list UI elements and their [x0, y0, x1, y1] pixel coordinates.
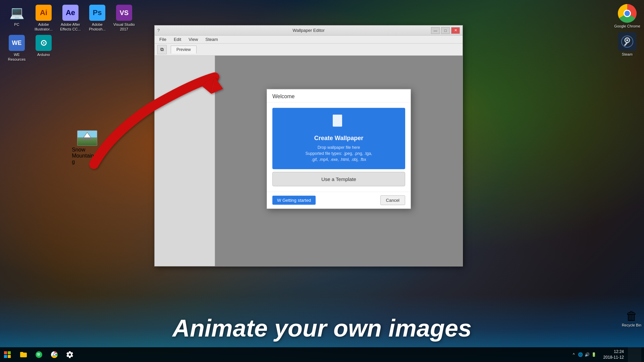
taskbar-chrome[interactable]	[47, 347, 62, 362]
desktop-icon-pc-label: PC	[14, 22, 19, 27]
chrome-icon	[618, 4, 637, 23]
start-button[interactable]	[0, 347, 15, 362]
ps-icon: Ps	[89, 5, 105, 21]
taskbar-system-tray: ^ 🌐 🔊 🔋 12:24 2018-11-12	[571, 347, 644, 362]
arduino-icon: ⊙	[36, 35, 52, 51]
desktop-icon-after-effects[interactable]: Ae Adobe AfterEffects CC...	[57, 3, 84, 33]
snow-mountain-label: SnowMountain.jpeg	[72, 147, 103, 165]
window-titlebar: ? Wallpaper Editor — □ ✕	[155, 25, 463, 36]
window-title: Wallpaper Editor	[292, 28, 325, 33]
maximize-button[interactable]: □	[441, 27, 450, 34]
tray-network[interactable]: 🌐	[578, 352, 583, 357]
system-clock[interactable]: 12:24 2018-11-12	[601, 348, 627, 361]
create-wallpaper-button[interactable]: Create Wallpaper Drop wallpaper file her…	[272, 108, 405, 169]
we-icon: WE	[9, 35, 25, 51]
dialog-titlebar: Welcome	[267, 89, 411, 103]
close-button[interactable]: ✕	[451, 27, 460, 34]
svg-rect-9	[8, 351, 11, 354]
svg-point-7	[626, 39, 628, 41]
snow-mountain-thumbnail	[77, 130, 97, 146]
steam-label: Steam	[622, 52, 633, 56]
desktop-icon-we-label: WEResources	[8, 52, 26, 62]
minimize-button[interactable]: —	[431, 27, 440, 34]
preview-tab[interactable]: Preview	[171, 46, 197, 54]
pc-icon: 💻	[9, 5, 25, 21]
right-taskbar-chrome[interactable]: Google Chrome	[614, 3, 641, 29]
welcome-dialog: Welcome Create Wallpaper	[267, 89, 411, 209]
svg-rect-8	[4, 351, 7, 354]
copy-toolbar-button[interactable]: ⧉	[157, 45, 167, 54]
desktop-icon-illustrator[interactable]: Ai AdobeIllustrator...	[30, 3, 57, 33]
getting-started-button[interactable]: W Getting started	[272, 196, 316, 205]
desktop-icon-visual-studio[interactable]: VS Visual Studio2017	[111, 3, 138, 33]
right-taskbar-area: Google Chrome Steam 🗑 Recycle Bin	[610, 0, 644, 347]
show-desktop-button[interactable]	[628, 347, 641, 362]
wallpaper-editor-window: ? Wallpaper Editor — □ ✕ File Edit View …	[154, 25, 463, 266]
desktop-icon-vs-label: Visual Studio2017	[113, 22, 135, 32]
desktop-icon-photoshop[interactable]: Ps AdobePhotosh...	[84, 3, 111, 33]
window-body: Welcome Create Wallpaper	[155, 56, 463, 266]
desktop-icon-we-resources[interactable]: WE WEResources	[3, 34, 30, 63]
ai-icon: Ai	[36, 5, 52, 21]
chrome-label: Google Chrome	[614, 24, 640, 28]
bottom-caption: Animate your own images	[0, 314, 644, 342]
tray-volume[interactable]: 🔊	[585, 352, 590, 357]
taskbar: ^ 🌐 🔊 🔋 12:24 2018-11-12	[0, 347, 644, 362]
ae-icon: Ae	[62, 5, 78, 21]
taskbar-pinned-icons	[15, 347, 78, 362]
steam-icon	[618, 32, 637, 51]
taskbar-settings[interactable]	[62, 347, 77, 362]
taskbar-file-explorer[interactable]	[16, 347, 31, 362]
dialog-content: Create Wallpaper Drop wallpaper file her…	[267, 103, 411, 192]
menu-steam[interactable]: Steam	[202, 36, 221, 43]
create-wallpaper-subtitle: Drop wallpaper file here Supported file …	[306, 144, 372, 163]
create-wallpaper-title: Create Wallpaper	[314, 135, 363, 142]
help-button[interactable]: ?	[157, 28, 160, 33]
menu-view[interactable]: View	[185, 36, 201, 43]
svg-point-15	[54, 354, 55, 356]
cancel-button[interactable]: Cancel	[380, 195, 405, 205]
clock-time: 12:24	[603, 349, 624, 355]
dialog-footer: W Getting started Cancel	[267, 192, 411, 208]
window-menubar: File Edit View Steam	[155, 36, 463, 44]
preview-tabs: Preview	[171, 46, 197, 54]
taskbar-spotify[interactable]	[32, 347, 46, 362]
file-icon	[333, 115, 345, 132]
tray-icons: ^ 🌐 🔊 🔋	[571, 352, 597, 357]
menu-edit[interactable]: Edit	[170, 36, 184, 43]
right-taskbar-steam[interactable]: Steam	[614, 31, 641, 58]
clock-date: 2018-11-12	[603, 355, 624, 360]
desktop-icon-snow-mountain[interactable]: SnowMountain.jpeg	[74, 129, 101, 166]
svg-rect-10	[4, 355, 7, 358]
desktop-icon-arduino-label: Arduino	[37, 52, 50, 57]
desktop-icon-ps-label: AdobePhotosh...	[89, 22, 106, 32]
desktop-icon-ai-label: AdobeIllustrator...	[35, 22, 53, 32]
desktop-icon-ae-label: Adobe AfterEffects CC...	[60, 22, 81, 32]
tray-chevron[interactable]: ^	[571, 352, 577, 357]
vs-icon: VS	[116, 5, 132, 21]
use-template-button[interactable]: Use a Template	[272, 172, 405, 186]
tray-battery[interactable]: 🔋	[591, 352, 597, 357]
window-main-area: Welcome Create Wallpaper	[215, 56, 463, 266]
window-sidebar	[155, 56, 215, 266]
desktop-icon-arduino[interactable]: ⊙ Arduino	[30, 34, 57, 58]
menu-file[interactable]: File	[156, 36, 170, 43]
window-controls: — □ ✕	[431, 27, 460, 34]
svg-rect-11	[8, 355, 11, 358]
desktop-icon-pc[interactable]: 💻 PC	[3, 3, 30, 28]
window-toolbar: ⧉ Preview	[155, 44, 463, 56]
dialog-title: Welcome	[272, 94, 405, 100]
